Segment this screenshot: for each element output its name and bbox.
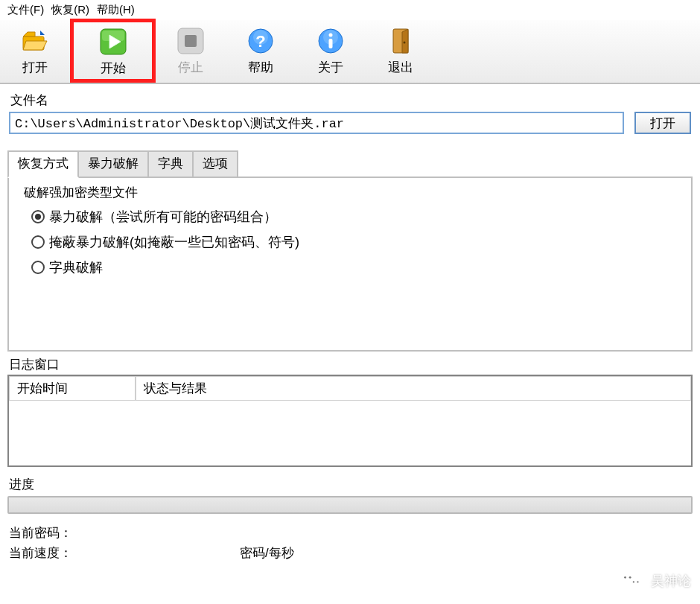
- progress-title: 进度: [9, 476, 693, 493]
- toolbar-stop-label: 停止: [178, 59, 203, 76]
- toolbar-start[interactable]: 开始: [70, 19, 156, 83]
- radio-icon: [31, 210, 45, 223]
- svg-point-13: [404, 42, 406, 44]
- radio-dictionary[interactable]: 字典破解: [31, 255, 676, 280]
- radio-icon: [31, 235, 45, 249]
- svg-text:?: ?: [255, 32, 265, 51]
- current-password-row: 当前密码：: [7, 523, 693, 543]
- radio-brute-force[interactable]: 暴力破解（尝试所有可能的密码组合）: [31, 204, 676, 229]
- log-body: [9, 401, 691, 460]
- tab-dictionary[interactable]: 字典: [147, 150, 194, 178]
- toolbar-help-label: 帮助: [248, 59, 273, 76]
- toolbar-about-label: 关于: [318, 59, 343, 76]
- toolbar-stop: 停止: [156, 22, 226, 81]
- method-groupbox: 破解强加密类型文件 暴力破解（尝试所有可能的密码组合） 掩蔽暴力破解(如掩蔽一些…: [16, 184, 684, 280]
- open-folder-icon: [20, 26, 50, 56]
- current-password-value: [101, 526, 691, 541]
- door-exit-icon: [386, 26, 416, 56]
- log-col-start-time[interactable]: 开始时间: [9, 376, 136, 401]
- tab-brute-force[interactable]: 暴力破解: [77, 150, 149, 178]
- menubar: 文件(F) 恢复(R) 帮助(H): [0, 0, 700, 20]
- wechat-icon: [620, 570, 643, 592]
- tabs: 恢复方式 暴力破解 字典 选项: [7, 150, 693, 178]
- toolbar-about[interactable]: 关于: [296, 22, 366, 81]
- log-window-title: 日志窗口: [9, 356, 693, 373]
- radio-mask[interactable]: 掩蔽暴力破解(如掩蔽一些已知密码、符号): [31, 229, 676, 255]
- tab-body: 破解强加密类型文件 暴力破解（尝试所有可能的密码组合） 掩蔽暴力破解(如掩蔽一些…: [7, 177, 693, 352]
- toolbar-exit[interactable]: 退出: [366, 22, 436, 81]
- svg-point-10: [329, 34, 333, 37]
- radio-brute-label: 暴力破解（尝试所有可能的密码组合）: [49, 208, 277, 226]
- radio-dict-label: 字典破解: [49, 258, 103, 276]
- menu-help[interactable]: 帮助(H): [97, 3, 135, 17]
- rate-unit-label: 密码/每秒: [240, 544, 294, 562]
- svg-point-16: [624, 576, 626, 579]
- open-file-button[interactable]: 打开: [634, 112, 691, 134]
- tab-options[interactable]: 选项: [192, 150, 238, 178]
- menu-recover[interactable]: 恢复(R): [51, 3, 89, 17]
- toolbar-help[interactable]: ? 帮助: [226, 22, 296, 81]
- radio-icon: [31, 261, 45, 274]
- tab-recovery-method[interactable]: 恢复方式: [7, 150, 79, 178]
- current-password-label: 当前密码：: [9, 524, 98, 541]
- svg-point-18: [633, 581, 634, 582]
- toolbar: 打开 开始 停止 ? 帮助: [0, 20, 700, 84]
- filename-input[interactable]: [9, 112, 624, 134]
- toolbar-start-label: 开始: [101, 60, 126, 77]
- play-icon: [98, 27, 128, 57]
- svg-rect-11: [329, 39, 333, 48]
- watermark-text: 吴神论: [651, 572, 691, 590]
- svg-point-17: [629, 576, 631, 579]
- toolbar-exit-label: 退出: [388, 59, 413, 76]
- log-col-status-result[interactable]: 状态与结果: [136, 376, 691, 401]
- svg-point-15: [629, 578, 642, 588]
- current-speed-row: 当前速度： 密码/每秒: [7, 543, 693, 563]
- svg-rect-4: [185, 35, 197, 47]
- help-icon: ?: [246, 26, 276, 56]
- watermark: 吴神论: [620, 570, 691, 592]
- menu-file[interactable]: 文件(F): [7, 3, 44, 17]
- stop-icon: [176, 26, 206, 56]
- info-icon: [316, 26, 346, 56]
- method-group-title: 破解强加密类型文件: [21, 185, 141, 200]
- toolbar-open-label: 打开: [22, 59, 48, 76]
- log-table: 开始时间 状态与结果: [7, 375, 693, 467]
- toolbar-open[interactable]: 打开: [0, 22, 70, 81]
- svg-point-19: [637, 581, 638, 582]
- radio-mask-label: 掩蔽暴力破解(如掩蔽一些已知密码、符号): [49, 233, 299, 251]
- filename-label: 文件名: [10, 92, 691, 109]
- progress-bar: [7, 496, 693, 514]
- current-speed-label: 当前速度：: [9, 544, 98, 562]
